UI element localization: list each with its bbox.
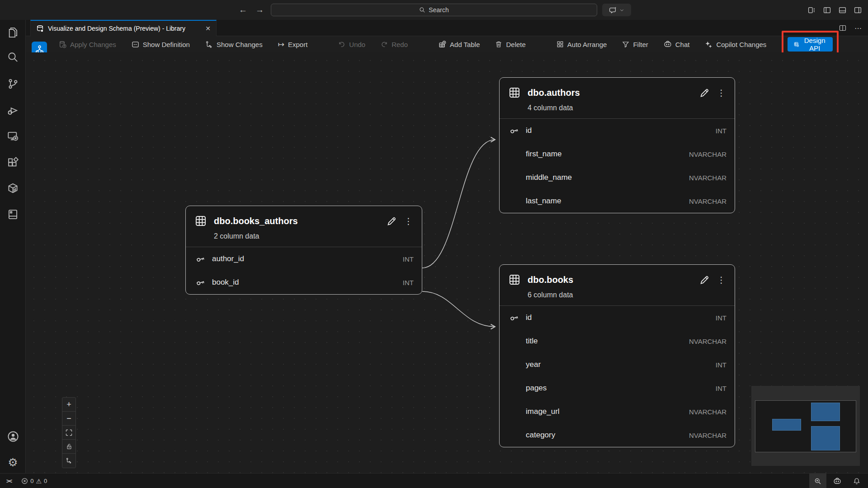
column-row[interactable]: middle_name NVARCHAR: [500, 166, 735, 189]
design-api-button[interactable]: Design API: [788, 37, 833, 52]
column-type: NVARCHAR: [689, 174, 726, 182]
show-definition-label: Show Definition: [143, 41, 190, 48]
table-card-books-authors[interactable]: dbo.books_authors ⋮ 2 column data author…: [185, 206, 422, 295]
column-type: INT: [716, 385, 726, 392]
apply-changes-icon: [59, 41, 66, 48]
warning-icon: ⚠: [36, 478, 42, 485]
accounts-icon[interactable]: [0, 426, 26, 447]
filter-button[interactable]: Filter: [622, 41, 648, 48]
table-grid-icon: [195, 215, 207, 227]
redo-label: Redo: [392, 41, 408, 48]
column-type: INT: [716, 314, 726, 322]
copilot-changes-label: Copilot Changes: [716, 41, 766, 48]
table-card-books[interactable]: dbo.books ⋮ 6 column data id INT title N…: [499, 264, 735, 447]
copilot-status-icon: [833, 477, 841, 485]
zoom-in-button[interactable]: +: [62, 398, 75, 412]
search-placeholder: Search: [429, 6, 448, 14]
edge-books-authors-to-authors: [422, 140, 495, 268]
delete-button[interactable]: Delete: [495, 41, 525, 48]
export-button[interactable]: ↦ Export: [278, 40, 308, 49]
primary-key-icon: [194, 277, 206, 288]
lock-button[interactable]: [62, 440, 75, 454]
minimap-node-books: [811, 426, 840, 450]
activity-bar: ⚙: [0, 20, 26, 473]
remote-explorer-icon[interactable]: [0, 125, 26, 147]
table-more-icon[interactable]: ⋮: [717, 88, 726, 98]
notifications-button[interactable]: [848, 474, 865, 488]
auto-arrange-label: Auto Arrange: [567, 41, 607, 48]
remote-indicator[interactable]: ><: [0, 474, 18, 488]
explorer-icon[interactable]: [0, 21, 26, 42]
table-subtitle: 4 column data: [528, 104, 726, 112]
column-row[interactable]: year INT: [500, 353, 735, 376]
table-name: dbo.books_authors: [214, 216, 379, 226]
extensions-icon[interactable]: [0, 151, 26, 173]
tab-visualize-design-schema[interactable]: Visualize and Design Schema (Preview) - …: [30, 20, 217, 36]
add-table-button[interactable]: Add Table: [439, 41, 480, 48]
back-icon[interactable]: ←: [239, 5, 247, 15]
fit-view-icon: [66, 429, 72, 436]
auto-arrange-icon: [557, 41, 564, 48]
column-row[interactable]: category NVARCHAR: [500, 423, 735, 447]
containers-icon[interactable]: [0, 177, 26, 199]
column-row[interactable]: id INT: [500, 306, 735, 329]
zoom-status-button[interactable]: [809, 474, 826, 488]
column-type: NVARCHAR: [689, 338, 726, 345]
toggle-sidebar-left-icon[interactable]: [823, 6, 831, 14]
database-projects-icon[interactable]: [0, 203, 26, 225]
column-row[interactable]: pages INT: [500, 376, 735, 400]
search-input[interactable]: Search: [271, 4, 597, 16]
settings-gear-icon[interactable]: ⚙: [0, 451, 26, 473]
column-row[interactable]: first_name NVARCHAR: [500, 142, 735, 166]
column-name: id: [526, 126, 710, 135]
customize-layout-icon[interactable]: [808, 6, 816, 14]
copilot-menu-button[interactable]: [602, 4, 631, 16]
edit-pencil-icon[interactable]: [699, 88, 710, 98]
show-changes-button[interactable]: Show Changes: [205, 41, 263, 48]
zoom-out-button[interactable]: −: [62, 412, 75, 426]
apply-changes-button[interactable]: Apply Changes: [59, 41, 116, 48]
chat-label: Chat: [675, 41, 690, 48]
forward-icon[interactable]: →: [255, 5, 264, 15]
table-more-icon[interactable]: ⋮: [404, 216, 413, 226]
redo-button[interactable]: Redo: [381, 41, 408, 48]
minimap-node-authors: [811, 403, 840, 421]
table-subtitle: 2 column data: [214, 232, 413, 240]
column-row[interactable]: author_id INT: [186, 247, 422, 271]
show-definition-button[interactable]: Show Definition: [132, 41, 190, 48]
fit-view-button[interactable]: [62, 426, 75, 440]
diagram-canvas[interactable]: dbo.authors ⋮ 4 column data id INT first…: [26, 52, 868, 473]
add-table-label: Add Table: [450, 41, 480, 48]
undo-label: Undo: [349, 41, 365, 48]
copilot-changes-button[interactable]: Copilot Changes: [705, 41, 766, 48]
undo-button[interactable]: Undo: [338, 41, 365, 48]
column-type: INT: [403, 279, 414, 286]
search-sidebar-icon[interactable]: [0, 46, 26, 68]
table-more-icon[interactable]: ⋮: [717, 275, 726, 285]
column-name: year: [526, 360, 710, 369]
edit-pencil-icon[interactable]: [699, 275, 710, 285]
copilot-status-button[interactable]: [828, 474, 846, 488]
column-name: author_id: [212, 254, 397, 263]
column-row[interactable]: last_name NVARCHAR: [500, 189, 735, 213]
tab-close-icon[interactable]: ✕: [205, 25, 211, 32]
toggle-sidebar-right-icon[interactable]: [854, 6, 862, 14]
column-row[interactable]: image_url NVARCHAR: [500, 400, 735, 423]
table-card-authors[interactable]: dbo.authors ⋮ 4 column data id INT first…: [499, 77, 735, 213]
toggle-panel-icon[interactable]: [839, 6, 846, 14]
auto-arrange-button[interactable]: Auto Arrange: [557, 41, 607, 48]
chat-button[interactable]: Chat: [664, 40, 690, 48]
run-and-debug-icon[interactable]: [0, 99, 26, 121]
column-row[interactable]: id INT: [500, 119, 735, 142]
minimap[interactable]: [751, 386, 860, 466]
column-row[interactable]: book_id INT: [186, 271, 422, 294]
edit-pencil-icon[interactable]: [387, 216, 397, 226]
arrange-edges-button[interactable]: [62, 454, 75, 468]
column-name: image_url: [526, 407, 684, 416]
undo-icon: [338, 41, 345, 48]
column-row[interactable]: title NVARCHAR: [500, 329, 735, 353]
source-control-icon[interactable]: [0, 73, 26, 94]
canvas-zoom-controls: + −: [62, 397, 76, 468]
problems-indicator[interactable]: 0 ⚠ 0: [18, 478, 51, 485]
error-count: 0: [30, 478, 33, 484]
